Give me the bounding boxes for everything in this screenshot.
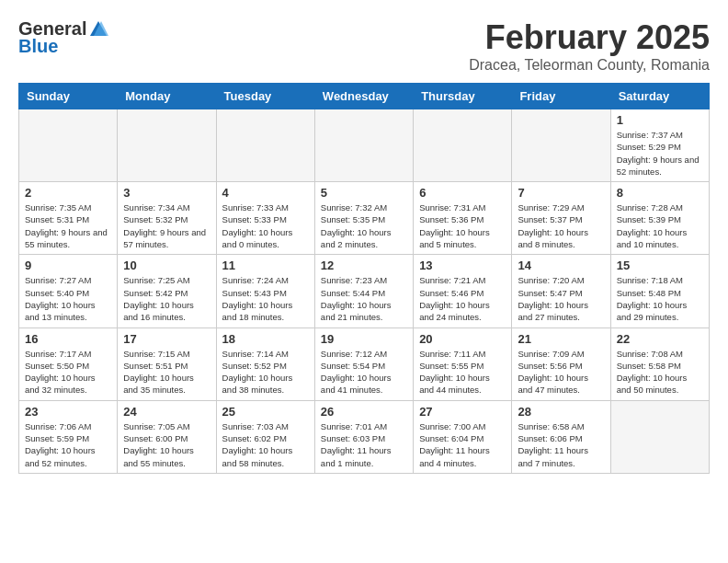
calendar-day-cell: 3Sunrise: 7:34 AM Sunset: 5:32 PM Daylig… <box>118 182 216 255</box>
calendar-day-cell: 22Sunrise: 7:08 AM Sunset: 5:58 PM Dayli… <box>610 327 709 400</box>
header-thursday: Thursday <box>414 84 512 109</box>
day-info: Sunrise: 7:37 AM Sunset: 5:29 PM Dayligh… <box>617 129 703 178</box>
day-info: Sunrise: 7:27 AM Sunset: 5:40 PM Dayligh… <box>25 274 111 323</box>
calendar-day-cell: 11Sunrise: 7:24 AM Sunset: 5:43 PM Dayli… <box>216 255 314 327</box>
calendar-day-cell: 21Sunrise: 7:09 AM Sunset: 5:56 PM Dayli… <box>512 327 610 400</box>
day-info: Sunrise: 7:35 AM Sunset: 5:31 PM Dayligh… <box>25 201 111 250</box>
day-number: 5 <box>321 186 407 200</box>
day-info: Sunrise: 7:17 AM Sunset: 5:50 PM Dayligh… <box>25 348 111 396</box>
day-number: 19 <box>321 332 407 346</box>
calendar-day-cell: 9Sunrise: 7:27 AM Sunset: 5:40 PM Daylig… <box>19 255 118 327</box>
day-info: Sunrise: 7:15 AM Sunset: 5:51 PM Dayligh… <box>123 348 210 396</box>
calendar-day-cell: 16Sunrise: 7:17 AM Sunset: 5:50 PM Dayli… <box>19 327 118 400</box>
logo: General Blue <box>18 18 108 57</box>
calendar-day-cell <box>19 109 118 182</box>
calendar-subtitle: Dracea, Teleorman County, Romania <box>469 57 710 74</box>
day-info: Sunrise: 7:09 AM Sunset: 5:56 PM Dayligh… <box>518 348 604 396</box>
day-number: 12 <box>321 259 407 272</box>
day-number: 8 <box>617 186 703 200</box>
calendar-day-cell: 28Sunrise: 6:58 AM Sunset: 6:06 PM Dayli… <box>512 400 610 473</box>
day-number: 7 <box>518 186 604 200</box>
day-info: Sunrise: 7:29 AM Sunset: 5:37 PM Dayligh… <box>518 201 604 250</box>
calendar-week-row: 1Sunrise: 7:37 AM Sunset: 5:29 PM Daylig… <box>19 109 710 182</box>
day-number: 28 <box>518 405 604 419</box>
calendar-day-cell: 1Sunrise: 7:37 AM Sunset: 5:29 PM Daylig… <box>610 109 709 182</box>
day-info: Sunrise: 7:31 AM Sunset: 5:36 PM Dayligh… <box>419 201 506 250</box>
day-number: 20 <box>419 332 506 346</box>
day-info: Sunrise: 7:01 AM Sunset: 6:03 PM Dayligh… <box>321 420 407 469</box>
logo-blue-text: Blue <box>18 36 58 57</box>
day-info: Sunrise: 7:25 AM Sunset: 5:42 PM Dayligh… <box>123 274 210 323</box>
calendar-day-cell: 12Sunrise: 7:23 AM Sunset: 5:44 PM Dayli… <box>314 255 413 327</box>
calendar-day-cell <box>118 109 216 182</box>
calendar-day-cell: 7Sunrise: 7:29 AM Sunset: 5:37 PM Daylig… <box>512 182 610 255</box>
calendar-day-cell <box>414 109 512 182</box>
day-number: 6 <box>419 186 506 200</box>
day-info: Sunrise: 7:14 AM Sunset: 5:52 PM Dayligh… <box>222 348 309 396</box>
calendar-day-cell <box>512 109 610 182</box>
logo-icon <box>88 19 108 40</box>
day-info: Sunrise: 7:05 AM Sunset: 6:00 PM Dayligh… <box>123 420 210 469</box>
calendar-day-cell: 2Sunrise: 7:35 AM Sunset: 5:31 PM Daylig… <box>19 182 118 255</box>
calendar-table: Sunday Monday Tuesday Wednesday Thursday… <box>18 83 710 474</box>
day-number: 24 <box>123 405 210 419</box>
calendar-day-cell: 27Sunrise: 7:00 AM Sunset: 6:04 PM Dayli… <box>414 400 512 473</box>
day-info: Sunrise: 7:12 AM Sunset: 5:54 PM Dayligh… <box>321 348 407 396</box>
day-number: 15 <box>617 259 703 272</box>
calendar-week-row: 9Sunrise: 7:27 AM Sunset: 5:40 PM Daylig… <box>19 255 710 327</box>
day-info: Sunrise: 7:11 AM Sunset: 5:55 PM Dayligh… <box>419 348 506 396</box>
day-number: 16 <box>25 332 111 346</box>
header-saturday: Saturday <box>610 84 709 109</box>
header-wednesday: Wednesday <box>314 84 413 109</box>
day-number: 23 <box>25 405 111 419</box>
calendar-day-cell <box>314 109 413 182</box>
day-info: Sunrise: 7:21 AM Sunset: 5:46 PM Dayligh… <box>419 274 506 323</box>
day-number: 1 <box>617 113 703 127</box>
day-info: Sunrise: 7:20 AM Sunset: 5:47 PM Dayligh… <box>518 274 604 323</box>
calendar-week-row: 2Sunrise: 7:35 AM Sunset: 5:31 PM Daylig… <box>19 182 710 255</box>
day-info: Sunrise: 7:33 AM Sunset: 5:33 PM Dayligh… <box>222 201 309 250</box>
calendar-day-cell: 13Sunrise: 7:21 AM Sunset: 5:46 PM Dayli… <box>414 255 512 327</box>
day-number: 10 <box>123 259 210 272</box>
page-header: General Blue February 2025 Dracea, Teleo… <box>18 18 710 74</box>
day-number: 11 <box>222 259 309 272</box>
calendar-day-cell <box>216 109 314 182</box>
calendar-day-cell: 26Sunrise: 7:01 AM Sunset: 6:03 PM Dayli… <box>314 400 413 473</box>
calendar-day-cell: 18Sunrise: 7:14 AM Sunset: 5:52 PM Dayli… <box>216 327 314 400</box>
day-info: Sunrise: 7:32 AM Sunset: 5:35 PM Dayligh… <box>321 201 407 250</box>
day-number: 25 <box>222 405 309 419</box>
calendar-day-cell: 20Sunrise: 7:11 AM Sunset: 5:55 PM Dayli… <box>414 327 512 400</box>
day-info: Sunrise: 7:18 AM Sunset: 5:48 PM Dayligh… <box>617 274 703 323</box>
weekday-header-row: Sunday Monday Tuesday Wednesday Thursday… <box>19 84 710 109</box>
calendar-day-cell: 8Sunrise: 7:28 AM Sunset: 5:39 PM Daylig… <box>610 182 709 255</box>
calendar-day-cell: 10Sunrise: 7:25 AM Sunset: 5:42 PM Dayli… <box>118 255 216 327</box>
calendar-week-row: 23Sunrise: 7:06 AM Sunset: 5:59 PM Dayli… <box>19 400 710 473</box>
calendar-day-cell: 25Sunrise: 7:03 AM Sunset: 6:02 PM Dayli… <box>216 400 314 473</box>
day-info: Sunrise: 7:34 AM Sunset: 5:32 PM Dayligh… <box>123 201 210 250</box>
day-info: Sunrise: 7:24 AM Sunset: 5:43 PM Dayligh… <box>222 274 309 323</box>
calendar-day-cell: 19Sunrise: 7:12 AM Sunset: 5:54 PM Dayli… <box>314 327 413 400</box>
header-friday: Friday <box>512 84 610 109</box>
day-info: Sunrise: 7:06 AM Sunset: 5:59 PM Dayligh… <box>25 420 111 469</box>
calendar-day-cell: 15Sunrise: 7:18 AM Sunset: 5:48 PM Dayli… <box>610 255 709 327</box>
day-info: Sunrise: 6:58 AM Sunset: 6:06 PM Dayligh… <box>518 420 604 469</box>
day-info: Sunrise: 7:23 AM Sunset: 5:44 PM Dayligh… <box>321 274 407 323</box>
day-info: Sunrise: 7:28 AM Sunset: 5:39 PM Dayligh… <box>617 201 703 250</box>
header-tuesday: Tuesday <box>216 84 314 109</box>
calendar-day-cell: 23Sunrise: 7:06 AM Sunset: 5:59 PM Dayli… <box>19 400 118 473</box>
calendar-day-cell: 4Sunrise: 7:33 AM Sunset: 5:33 PM Daylig… <box>216 182 314 255</box>
day-number: 27 <box>419 405 506 419</box>
day-number: 4 <box>222 186 309 200</box>
calendar-title: February 2025 <box>469 18 710 57</box>
day-number: 9 <box>25 259 111 272</box>
calendar-day-cell: 6Sunrise: 7:31 AM Sunset: 5:36 PM Daylig… <box>414 182 512 255</box>
day-info: Sunrise: 7:08 AM Sunset: 5:58 PM Dayligh… <box>617 348 703 396</box>
title-section: February 2025 Dracea, Teleorman County, … <box>469 18 710 74</box>
day-number: 17 <box>123 332 210 346</box>
day-number: 14 <box>518 259 604 272</box>
header-sunday: Sunday <box>19 84 118 109</box>
calendar-day-cell <box>610 400 709 473</box>
calendar-day-cell: 17Sunrise: 7:15 AM Sunset: 5:51 PM Dayli… <box>118 327 216 400</box>
day-number: 3 <box>123 186 210 200</box>
day-number: 13 <box>419 259 506 272</box>
